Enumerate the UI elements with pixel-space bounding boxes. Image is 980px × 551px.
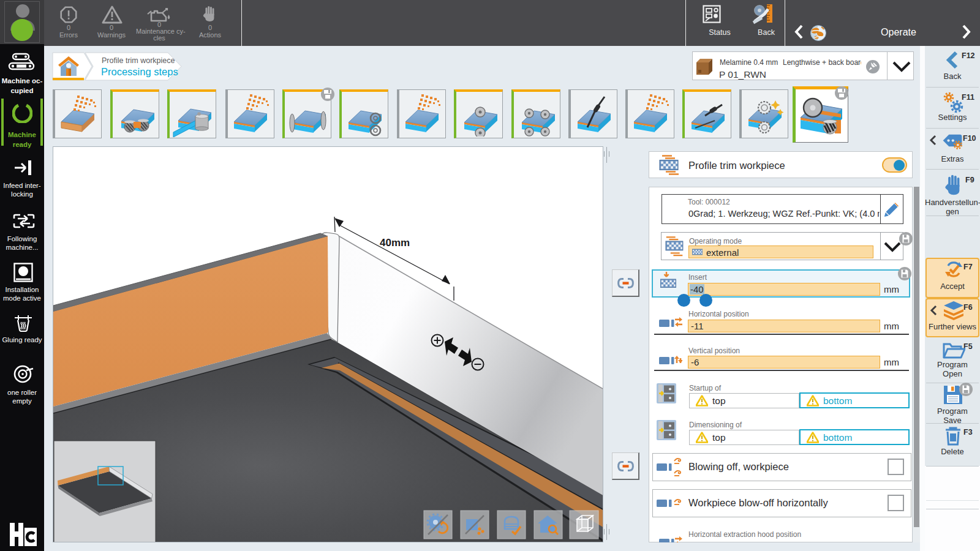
svg-text:40mm: 40mm: [380, 237, 410, 249]
